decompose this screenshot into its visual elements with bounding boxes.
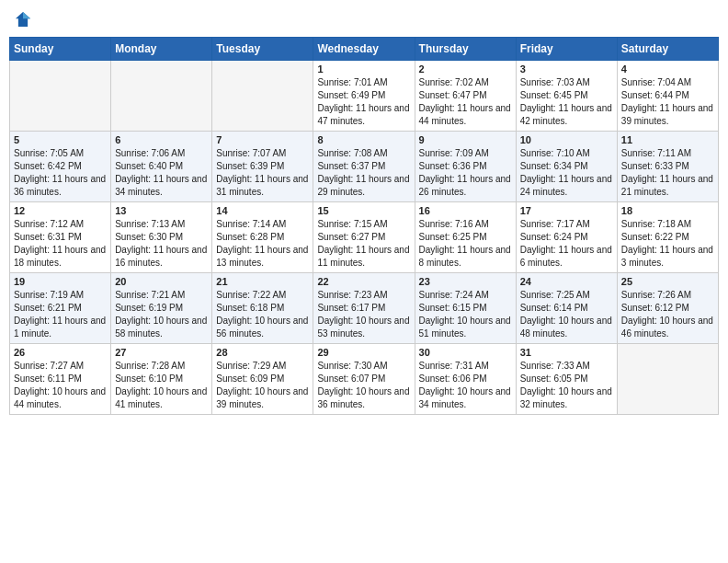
- day-cell: 12Sunrise: 7:12 AMSunset: 6:31 PMDayligh…: [10, 202, 111, 273]
- week-row-3: 12Sunrise: 7:12 AMSunset: 6:31 PMDayligh…: [10, 202, 719, 273]
- day-cell: 10Sunrise: 7:10 AMSunset: 6:34 PMDayligh…: [516, 132, 617, 202]
- days-header-row: SundayMondayTuesdayWednesdayThursdayFrid…: [10, 38, 719, 61]
- day-info: Sunrise: 7:18 AMSunset: 6:22 PMDaylight:…: [621, 218, 714, 270]
- day-info: Sunrise: 7:15 AMSunset: 6:27 PMDaylight:…: [317, 218, 410, 270]
- day-header-friday: Friday: [516, 38, 617, 61]
- day-cell: 21Sunrise: 7:22 AMSunset: 6:18 PMDayligh…: [212, 273, 313, 344]
- day-number: 9: [419, 134, 512, 145]
- day-number: 14: [216, 205, 309, 216]
- day-info: Sunrise: 7:03 AMSunset: 6:45 PMDaylight:…: [520, 76, 613, 128]
- day-cell: 17Sunrise: 7:17 AMSunset: 6:24 PMDayligh…: [516, 202, 617, 273]
- day-cell: 28Sunrise: 7:29 AMSunset: 6:09 PMDayligh…: [212, 344, 313, 415]
- day-number: 11: [621, 134, 714, 145]
- day-number: 3: [520, 63, 613, 75]
- day-number: 25: [621, 276, 714, 287]
- day-number: 17: [520, 205, 613, 216]
- day-number: 23: [419, 276, 512, 287]
- day-cell: 14Sunrise: 7:14 AMSunset: 6:28 PMDayligh…: [212, 202, 313, 273]
- day-info: Sunrise: 7:22 AMSunset: 6:18 PMDaylight:…: [216, 289, 309, 340]
- day-info: Sunrise: 7:04 AMSunset: 6:44 PMDaylight:…: [621, 76, 714, 128]
- day-info: Sunrise: 7:12 AMSunset: 6:31 PMDaylight:…: [14, 218, 107, 270]
- day-cell: 2Sunrise: 7:02 AMSunset: 6:47 PMDaylight…: [415, 61, 516, 132]
- week-row-5: 26Sunrise: 7:27 AMSunset: 6:11 PMDayligh…: [10, 344, 719, 415]
- day-number: 30: [419, 347, 512, 358]
- day-info: Sunrise: 7:23 AMSunset: 6:17 PMDaylight:…: [317, 289, 410, 340]
- day-cell: 18Sunrise: 7:18 AMSunset: 6:22 PMDayligh…: [617, 202, 718, 273]
- day-info: Sunrise: 7:26 AMSunset: 6:12 PMDaylight:…: [621, 289, 714, 340]
- day-info: Sunrise: 7:28 AMSunset: 6:10 PMDaylight:…: [115, 360, 208, 411]
- day-number: 10: [520, 134, 613, 145]
- day-cell: [111, 61, 212, 132]
- day-number: 19: [14, 276, 107, 287]
- day-cell: 7Sunrise: 7:07 AMSunset: 6:39 PMDaylight…: [212, 132, 313, 202]
- day-cell: [212, 61, 313, 132]
- calendar-table: SundayMondayTuesdayWednesdayThursdayFrid…: [9, 37, 719, 415]
- day-cell: 13Sunrise: 7:13 AMSunset: 6:30 PMDayligh…: [111, 202, 212, 273]
- day-number: 22: [317, 276, 410, 287]
- day-cell: 11Sunrise: 7:11 AMSunset: 6:33 PMDayligh…: [617, 132, 718, 202]
- day-cell: 16Sunrise: 7:16 AMSunset: 6:25 PMDayligh…: [415, 202, 516, 273]
- day-number: 27: [115, 347, 208, 358]
- day-info: Sunrise: 7:27 AMSunset: 6:11 PMDaylight:…: [14, 360, 107, 411]
- day-cell: 5Sunrise: 7:05 AMSunset: 6:42 PMDaylight…: [10, 132, 111, 202]
- day-info: Sunrise: 7:02 AMSunset: 6:47 PMDaylight:…: [419, 76, 512, 128]
- day-header-thursday: Thursday: [415, 38, 516, 61]
- day-info: Sunrise: 7:01 AMSunset: 6:49 PMDaylight:…: [317, 76, 410, 128]
- day-number: 1: [317, 63, 410, 75]
- day-info: Sunrise: 7:16 AMSunset: 6:25 PMDaylight:…: [419, 218, 512, 270]
- day-number: 7: [216, 134, 309, 145]
- day-number: 13: [115, 205, 208, 216]
- week-row-4: 19Sunrise: 7:19 AMSunset: 6:21 PMDayligh…: [10, 273, 719, 344]
- day-cell: 31Sunrise: 7:33 AMSunset: 6:05 PMDayligh…: [516, 344, 617, 415]
- day-cell: 24Sunrise: 7:25 AMSunset: 6:14 PMDayligh…: [516, 273, 617, 344]
- day-info: Sunrise: 7:29 AMSunset: 6:09 PMDaylight:…: [216, 360, 309, 411]
- logo-icon: [13, 9, 33, 29]
- day-header-sunday: Sunday: [10, 38, 111, 61]
- day-cell: 26Sunrise: 7:27 AMSunset: 6:11 PMDayligh…: [10, 344, 111, 415]
- day-info: Sunrise: 7:31 AMSunset: 6:06 PMDaylight:…: [419, 360, 512, 411]
- week-row-2: 5Sunrise: 7:05 AMSunset: 6:42 PMDaylight…: [10, 132, 719, 202]
- day-cell: 23Sunrise: 7:24 AMSunset: 6:15 PMDayligh…: [415, 273, 516, 344]
- day-number: 8: [317, 134, 410, 145]
- day-number: 21: [216, 276, 309, 287]
- svg-marker-1: [23, 12, 30, 18]
- day-number: 16: [419, 205, 512, 216]
- day-cell: 9Sunrise: 7:09 AMSunset: 6:36 PMDaylight…: [415, 132, 516, 202]
- day-number: 28: [216, 347, 309, 358]
- day-cell: 1Sunrise: 7:01 AMSunset: 6:49 PMDaylight…: [313, 61, 415, 132]
- day-number: 20: [115, 276, 208, 287]
- day-cell: 8Sunrise: 7:08 AMSunset: 6:37 PMDaylight…: [313, 132, 415, 202]
- day-number: 4: [621, 63, 714, 75]
- day-info: Sunrise: 7:09 AMSunset: 6:36 PMDaylight:…: [419, 147, 512, 199]
- day-info: Sunrise: 7:24 AMSunset: 6:15 PMDaylight:…: [419, 289, 512, 340]
- day-info: Sunrise: 7:05 AMSunset: 6:42 PMDaylight:…: [14, 147, 107, 199]
- week-row-1: 1Sunrise: 7:01 AMSunset: 6:49 PMDaylight…: [10, 61, 719, 132]
- day-cell: 22Sunrise: 7:23 AMSunset: 6:17 PMDayligh…: [313, 273, 415, 344]
- page-header: [9, 9, 719, 29]
- day-number: 26: [14, 347, 107, 358]
- day-cell: 25Sunrise: 7:26 AMSunset: 6:12 PMDayligh…: [617, 273, 718, 344]
- day-info: Sunrise: 7:11 AMSunset: 6:33 PMDaylight:…: [621, 147, 714, 199]
- day-info: Sunrise: 7:21 AMSunset: 6:19 PMDaylight:…: [115, 289, 208, 340]
- day-info: Sunrise: 7:08 AMSunset: 6:37 PMDaylight:…: [317, 147, 410, 199]
- day-info: Sunrise: 7:13 AMSunset: 6:30 PMDaylight:…: [115, 218, 208, 270]
- day-cell: 20Sunrise: 7:21 AMSunset: 6:19 PMDayligh…: [111, 273, 212, 344]
- day-info: Sunrise: 7:06 AMSunset: 6:40 PMDaylight:…: [115, 147, 208, 199]
- day-cell: 27Sunrise: 7:28 AMSunset: 6:10 PMDayligh…: [111, 344, 212, 415]
- day-cell: 29Sunrise: 7:30 AMSunset: 6:07 PMDayligh…: [313, 344, 415, 415]
- day-info: Sunrise: 7:14 AMSunset: 6:28 PMDaylight:…: [216, 218, 309, 270]
- day-number: 2: [419, 63, 512, 75]
- day-header-saturday: Saturday: [617, 38, 718, 61]
- day-info: Sunrise: 7:07 AMSunset: 6:39 PMDaylight:…: [216, 147, 309, 199]
- day-cell: 30Sunrise: 7:31 AMSunset: 6:06 PMDayligh…: [415, 344, 516, 415]
- day-header-monday: Monday: [111, 38, 212, 61]
- day-cell: 6Sunrise: 7:06 AMSunset: 6:40 PMDaylight…: [111, 132, 212, 202]
- day-number: 5: [14, 134, 107, 145]
- day-header-tuesday: Tuesday: [212, 38, 313, 61]
- logo: [13, 9, 35, 29]
- day-header-wednesday: Wednesday: [313, 38, 415, 61]
- day-number: 12: [14, 205, 107, 216]
- day-number: 6: [115, 134, 208, 145]
- day-info: Sunrise: 7:33 AMSunset: 6:05 PMDaylight:…: [520, 360, 613, 411]
- day-cell: 4Sunrise: 7:04 AMSunset: 6:44 PMDaylight…: [617, 61, 718, 132]
